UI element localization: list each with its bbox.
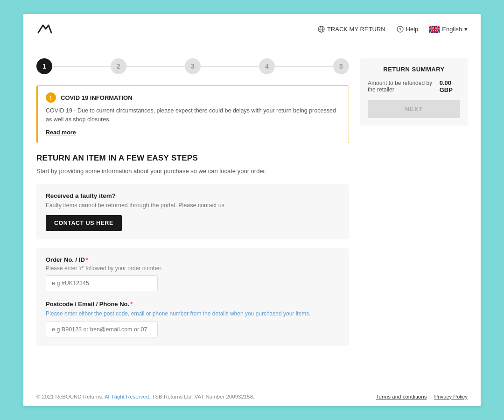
faulty-title: Received a faulty item? (46, 192, 340, 199)
next-button[interactable]: NEXT (368, 100, 460, 118)
refund-amount: 0.00 GBP (440, 79, 460, 93)
order-id-hint: Please enter '#' followed by your order … (46, 265, 340, 272)
step-line-2-3 (126, 66, 185, 67)
covid-title: COVID 19 INFORMATION (61, 94, 133, 101)
step-3: 3 (185, 58, 201, 74)
svg-text:?: ? (399, 27, 401, 32)
track-my-return-link[interactable]: TRACK MY RETURN (318, 26, 385, 33)
order-id-input[interactable] (46, 275, 158, 291)
step-1: 1 (36, 58, 52, 74)
covid-banner: ! COVID 19 INFORMATION COVID 19 - Due to… (36, 85, 349, 143)
required-star-order: * (86, 256, 88, 263)
postcode-input[interactable] (46, 322, 158, 337)
step-2: 2 (111, 58, 126, 74)
return-summary-card: RETURN SUMMARY Amount to be refunded by … (360, 58, 468, 126)
footer-copy: © 2021 ReBOUND Returns. All Right Reserv… (36, 394, 254, 399)
steps-progress: 1 2 3 4 5 (36, 58, 349, 74)
summary-title: RETURN SUMMARY (368, 66, 460, 73)
flag-icon (429, 26, 440, 33)
alert-icon: ! (46, 92, 56, 103)
footer: © 2021 ReBOUND Returns. All Right Reserv… (23, 387, 481, 406)
order-id-field-group: Order No. / ID* Please enter '#' followe… (46, 256, 340, 291)
help-link[interactable]: ? Help (397, 26, 419, 33)
right-column: RETURN SUMMARY Amount to be refunded by … (360, 58, 468, 378)
step-line-4-5 (275, 66, 333, 67)
covid-body: COVID 19 - Due to current circumstances,… (46, 106, 341, 124)
section-heading: RETURN AN ITEM IN A FEW EASY STEPS (36, 154, 349, 163)
section-subtext: Start by providing some information abou… (36, 167, 349, 176)
logo (36, 22, 53, 35)
covid-header: ! COVID 19 INFORMATION (46, 92, 341, 103)
faulty-item-box: Received a faulty item? Faulty items can… (36, 184, 349, 239)
header-right: TRACK MY RETURN ? Help (318, 26, 468, 33)
globe-icon (318, 26, 325, 33)
read-more-link[interactable]: Read more (46, 129, 76, 136)
required-star-postcode: * (130, 301, 133, 308)
language-chevron: ▾ (464, 26, 468, 33)
step-line-3-4 (201, 66, 259, 67)
order-id-label: Order No. / ID* (46, 256, 340, 263)
header: TRACK MY RETURN ? Help (23, 14, 481, 44)
question-icon: ? (397, 26, 404, 33)
order-form-box: Order No. / ID* Please enter '#' followe… (36, 248, 349, 346)
language-selector[interactable]: English ▾ (429, 26, 468, 33)
step-5: 5 (333, 58, 349, 74)
contact-us-button[interactable]: CONTACT US HERE (46, 215, 122, 231)
postcode-hint: Please enter either the post code, email… (46, 309, 340, 318)
refund-label: Amount to be refunded by the retailer (368, 80, 440, 93)
main-card: TRACK MY RETURN ? Help (23, 14, 481, 406)
step-4: 4 (259, 58, 275, 74)
postcode-label: Postcode / Email / Phone No.* (46, 301, 340, 308)
logo-icon (36, 22, 53, 35)
footer-links: Terms and conditions Privacy Policy (376, 394, 468, 399)
content-area: 1 2 3 4 5 (23, 44, 481, 387)
faulty-desc: Faulty items cannot be returned through … (46, 202, 340, 209)
postcode-field-group: Postcode / Email / Phone No.* Please ent… (46, 301, 340, 337)
terms-link[interactable]: Terms and conditions (376, 394, 427, 399)
step-line-1-2 (52, 66, 111, 67)
left-column: 1 2 3 4 5 (36, 58, 349, 378)
privacy-link[interactable]: Privacy Policy (434, 394, 468, 399)
summary-refund-row: Amount to be refunded by the retailer 0.… (368, 79, 460, 93)
